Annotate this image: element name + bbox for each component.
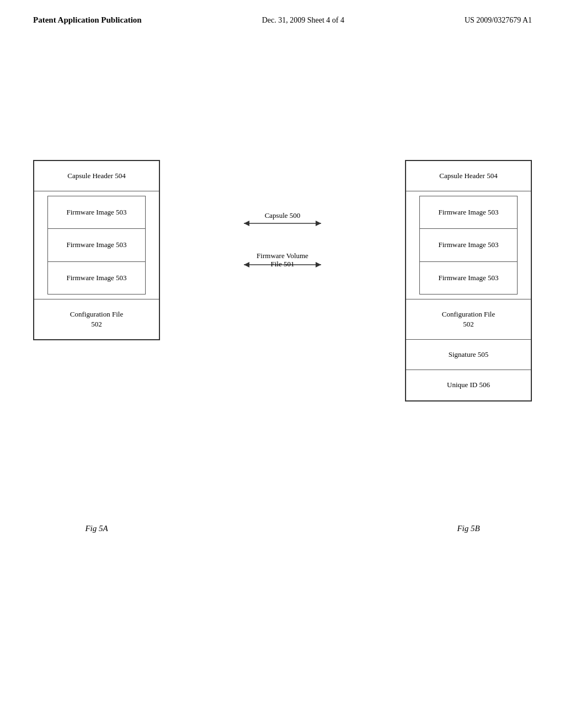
header-center: Dec. 31, 2009 Sheet 4 of 4	[262, 16, 344, 25]
fig5b-firmware1: Firmware Image 503	[420, 196, 517, 229]
header-right: US 2009/0327679 A1	[465, 16, 532, 25]
fig5b-column: Capsule Header 504 Firmware Image 503 Fi…	[405, 160, 532, 402]
fig5b-firmware2: Firmware Image 503	[420, 229, 517, 261]
capsule-label: Capsule 500	[265, 211, 301, 220]
fig5a-inner-group: Firmware Image 503 Firmware Image 503 Fi…	[47, 196, 146, 295]
fig5b-inner-group: Firmware Image 503 Firmware Image 503 Fi…	[419, 196, 518, 295]
header-left: Patent Application Publication	[33, 15, 142, 25]
fig5b-box: Capsule Header 504 Firmware Image 503 Fi…	[405, 160, 532, 402]
diagram-area: Capsule Header 504 Firmware Image 503 Fi…	[33, 160, 532, 491]
fv-label-line1: Firmware Volume	[257, 251, 308, 260]
fig5a-firmware3: Firmware Image 503	[48, 262, 145, 294]
fig5a-box: Capsule Header 504 Firmware Image 503 Fi…	[33, 160, 160, 340]
fig5a-caption: Fig 5A	[33, 524, 160, 533]
fv-arrow-right-head	[316, 262, 321, 267]
arrow-right-head	[316, 221, 321, 226]
fig5b-unique-id: Unique ID 506	[406, 370, 531, 400]
fig5b-config: Configuration File 502	[406, 299, 531, 340]
fig5b-capsule-header: Capsule Header 504	[406, 161, 531, 191]
fig5b-caption: Fig 5B	[405, 524, 532, 533]
fig5b-signature: Signature 505	[406, 340, 531, 370]
fig-captions: Fig 5A Fig 5B	[33, 524, 532, 533]
page-header: Patent Application Publication Dec. 31, …	[0, 0, 565, 25]
arrows-svg: Capsule 500 Firmware Volume File 501	[233, 193, 332, 447]
middle-arrows: Capsule 500 Firmware Volume File 501	[233, 160, 332, 447]
fig5a-column: Capsule Header 504 Firmware Image 503 Fi…	[33, 160, 160, 340]
fv-label-line2: File 501	[271, 260, 295, 268]
fig5a-capsule-header: Capsule Header 504	[34, 161, 159, 191]
fig5b-firmware3: Firmware Image 503	[420, 262, 517, 294]
arrow-left-head	[244, 221, 249, 226]
fv-arrow-left-head	[244, 262, 249, 267]
fig5a-firmware1: Firmware Image 503	[48, 196, 145, 229]
fig5a-firmware2: Firmware Image 503	[48, 229, 145, 261]
fig5a-config: Configuration File 502	[34, 299, 159, 339]
